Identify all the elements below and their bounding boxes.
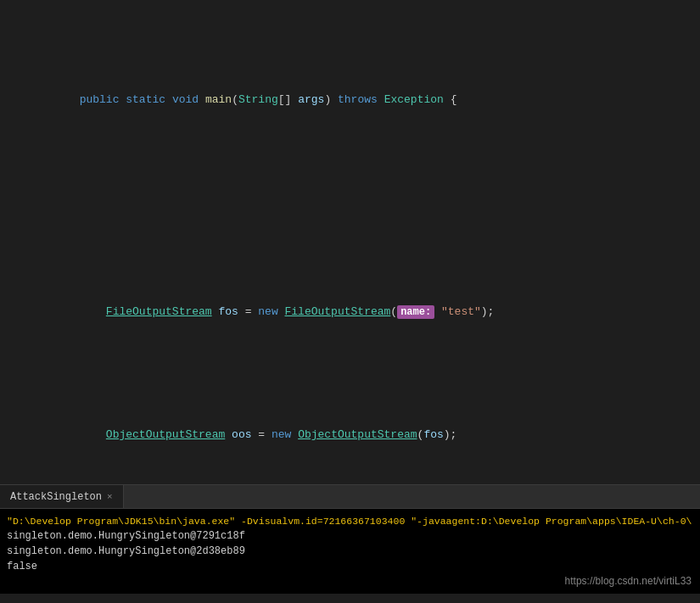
terminal-tab-close[interactable]: × xyxy=(107,492,113,502)
code-editor: public static void main(String[] args) t… xyxy=(0,0,700,484)
terminal-output-line-2: singleton.demo.HungrySingleton@2d38eb89 xyxy=(7,544,693,559)
terminal-output: "D:\Develop Program\JDK15\bin\java.exe" … xyxy=(0,509,700,594)
watermark: https://blog.csdn.net/virtiL33 xyxy=(565,573,692,589)
code-content: public static void main(String[] args) t… xyxy=(0,0,700,484)
code-line-1: public static void main(String[] args) t… xyxy=(0,74,700,126)
terminal-output-line-3: false xyxy=(7,559,693,574)
code-line-blank-1 xyxy=(0,198,700,215)
terminal-cmd-line: "D:\Develop Program\JDK15\bin\java.exe" … xyxy=(7,514,693,528)
code-line-oos: ObjectOutputStream oos = new ObjectOutpu… xyxy=(0,409,700,461)
terminal-tab-label: AttackSingleton xyxy=(10,491,102,503)
terminal-output-line-1: singleton.demo.HungrySingleton@7291c18f xyxy=(7,528,693,544)
terminal-tab-attacksingleton[interactable]: AttackSingleton × xyxy=(0,485,124,508)
terminal-tabs: AttackSingleton × xyxy=(0,485,700,509)
terminal-area: AttackSingleton × "D:\Develop Program\JD… xyxy=(0,484,700,603)
code-line-fos: FileOutputStream fos = new FileOutputStr… xyxy=(0,286,700,338)
